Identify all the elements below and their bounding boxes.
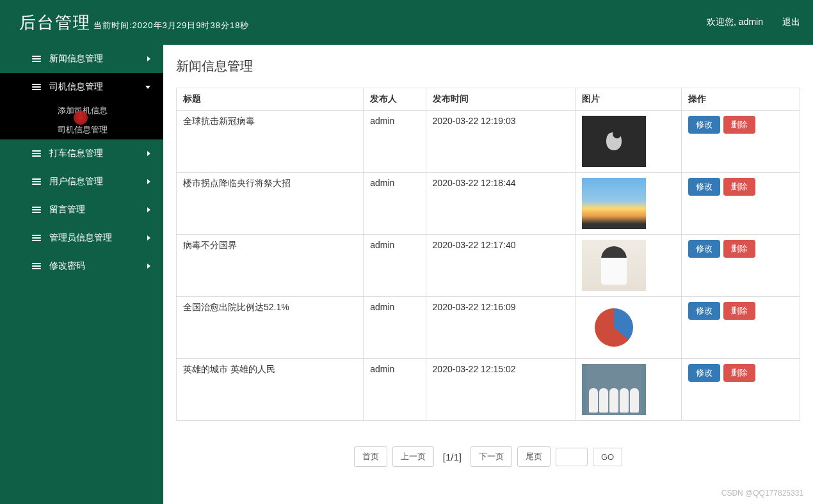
table-row: 病毒不分国界admin2020-03-22 12:17:40修改删除	[177, 235, 800, 297]
cell-publisher: admin	[364, 359, 426, 421]
sidebar-item-ride[interactable]: 打车信息管理	[0, 139, 163, 168]
header-right: 欢迎您, admin 退出	[707, 17, 800, 28]
sidebar-item-label: 司机信息管理	[49, 81, 103, 93]
table-row: 全球抗击新冠病毒admin2020-03-22 12:19:03修改删除	[177, 111, 800, 173]
sidebar-item-user[interactable]: 用户信息管理	[0, 168, 163, 196]
th-publisher: 发布人	[364, 88, 426, 111]
thumbnail	[582, 178, 646, 229]
thumbnail	[582, 116, 646, 167]
sidebar-item-password[interactable]: 修改密码	[0, 252, 163, 280]
chevron-right-icon	[147, 179, 150, 184]
sidebar-item-label: 新闻信息管理	[49, 53, 103, 65]
cell-publisher: admin	[364, 297, 426, 359]
first-page-button[interactable]: 首页	[354, 446, 387, 467]
cell-image	[576, 235, 682, 297]
app-title: 后台管理	[19, 12, 91, 34]
th-action: 操作	[681, 88, 800, 111]
stack-icon	[32, 207, 41, 213]
submenu: 添加司机信息 司机信息管理	[0, 101, 163, 139]
table-row: 英雄的城市 英雄的人民admin2020-03-22 12:15:02修改删除	[177, 359, 800, 421]
cell-action: 修改删除	[681, 111, 800, 173]
edit-button[interactable]: 修改	[688, 240, 720, 258]
th-time: 发布时间	[426, 88, 576, 111]
submenu-item-driver-manage[interactable]: 司机信息管理	[0, 120, 163, 139]
stack-icon	[32, 235, 41, 241]
chevron-right-icon	[147, 207, 150, 212]
logout-link[interactable]: 退出	[782, 17, 800, 28]
sidebar-item-label: 用户信息管理	[49, 176, 103, 187]
stack-icon	[32, 263, 41, 269]
cell-time: 2020-03-22 12:18:44	[426, 173, 576, 235]
page-info: [1/1]	[439, 452, 465, 462]
th-image: 图片	[576, 88, 682, 111]
sidebar-item-driver[interactable]: 司机信息管理	[0, 73, 163, 101]
header-left: 后台管理 当前时间:2020年3月29日9时38分18秒	[19, 12, 249, 34]
chevron-down-icon	[145, 86, 150, 89]
delete-button[interactable]: 删除	[723, 364, 755, 382]
edit-button[interactable]: 修改	[688, 364, 720, 382]
current-time: 当前时间:2020年3月29日9时38分18秒	[93, 20, 249, 31]
cell-title: 全国治愈出院比例达52.1%	[177, 297, 364, 359]
prev-page-button[interactable]: 上一页	[392, 446, 434, 467]
cell-publisher: admin	[364, 235, 426, 297]
table-row: 全国治愈出院比例达52.1%admin2020-03-22 12:16:09修改…	[177, 297, 800, 359]
stack-icon	[32, 84, 41, 90]
delete-button[interactable]: 删除	[723, 116, 755, 134]
chevron-right-icon	[147, 235, 150, 240]
sidebar-item-news[interactable]: 新闻信息管理	[0, 45, 163, 73]
cell-action: 修改删除	[681, 359, 800, 421]
sidebar-item-label: 留言管理	[49, 204, 85, 216]
delete-button[interactable]: 删除	[723, 178, 755, 196]
welcome-text: 欢迎您, admin	[707, 17, 763, 28]
sidebar-item-admin[interactable]: 管理员信息管理	[0, 224, 163, 252]
pagination: 首页 上一页 [1/1] 下一页 尾页 GO	[176, 446, 800, 467]
edit-button[interactable]: 修改	[688, 116, 720, 134]
cell-image	[576, 111, 682, 173]
chevron-right-icon	[147, 151, 150, 156]
cell-title: 全球抗击新冠病毒	[177, 111, 364, 173]
chevron-right-icon	[147, 56, 150, 61]
delete-button[interactable]: 删除	[723, 240, 755, 258]
cell-time: 2020-03-22 12:19:03	[426, 111, 576, 173]
delete-button[interactable]: 删除	[723, 302, 755, 320]
sidebar-item-message[interactable]: 留言管理	[0, 196, 163, 224]
th-title: 标题	[177, 88, 364, 111]
cell-title: 英雄的城市 英雄的人民	[177, 359, 364, 421]
cell-time: 2020-03-22 12:15:02	[426, 359, 576, 421]
sidebar: 新闻信息管理 司机信息管理 添加司机信息 司机信息管理 打车信息管理	[0, 45, 163, 504]
sidebar-item-label: 修改密码	[49, 260, 85, 272]
cell-time: 2020-03-22 12:16:09	[426, 297, 576, 359]
header: 后台管理 当前时间:2020年3月29日9时38分18秒 欢迎您, admin …	[0, 0, 813, 45]
news-table: 标题 发布人 发布时间 图片 操作 全球抗击新冠病毒admin2020-03-2…	[176, 88, 800, 421]
chevron-right-icon	[147, 264, 150, 269]
page-input[interactable]	[556, 448, 588, 466]
thumbnail	[582, 364, 646, 415]
last-page-button[interactable]: 尾页	[517, 446, 551, 467]
cell-publisher: admin	[364, 111, 426, 173]
page-title: 新闻信息管理	[176, 58, 800, 75]
stack-icon	[32, 56, 41, 62]
cell-action: 修改删除	[681, 297, 800, 359]
cell-title: 楼市拐点降临央行将祭大招	[177, 173, 364, 235]
table-header-row: 标题 发布人 发布时间 图片 操作	[177, 88, 800, 111]
cell-action: 修改删除	[681, 235, 800, 297]
sidebar-item-label: 管理员信息管理	[49, 232, 112, 244]
cell-publisher: admin	[364, 173, 426, 235]
go-button[interactable]: GO	[593, 448, 622, 466]
thumbnail	[582, 302, 646, 353]
cell-image	[576, 173, 682, 235]
stack-icon	[32, 150, 41, 157]
thumbnail	[582, 240, 646, 291]
cell-image	[576, 297, 682, 359]
cell-title: 病毒不分国界	[177, 235, 364, 297]
stack-icon	[32, 178, 41, 185]
edit-button[interactable]: 修改	[688, 178, 720, 196]
sidebar-item-label: 打车信息管理	[49, 148, 103, 159]
table-row: 楼市拐点降临央行将祭大招admin2020-03-22 12:18:44修改删除	[177, 173, 800, 235]
cell-action: 修改删除	[681, 173, 800, 235]
edit-button[interactable]: 修改	[688, 302, 720, 320]
cell-time: 2020-03-22 12:17:40	[426, 235, 576, 297]
next-page-button[interactable]: 下一页	[471, 446, 512, 467]
cell-image	[576, 359, 682, 421]
submenu-item-add-driver[interactable]: 添加司机信息	[0, 101, 163, 120]
